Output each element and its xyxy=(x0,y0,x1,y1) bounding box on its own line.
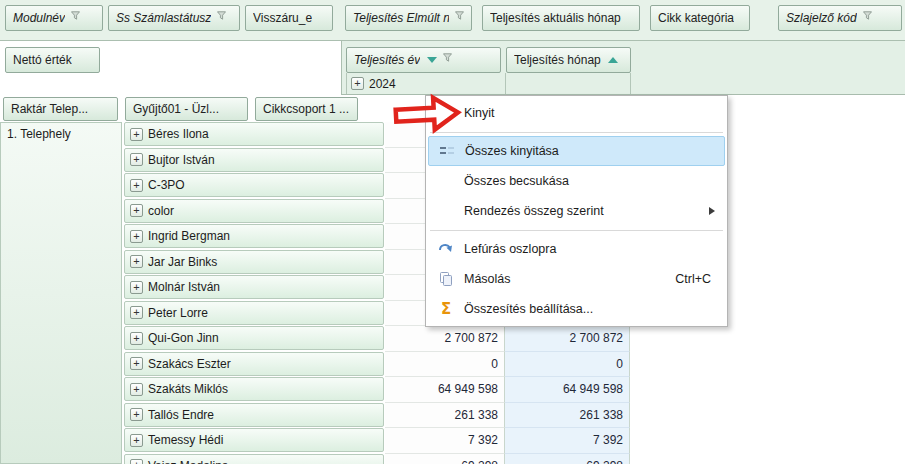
menu-item-osszesites-beallitasa[interactable]: ΣÖsszesítés beállítása... xyxy=(426,294,727,324)
filter-field-moduln-v[interactable]: Modulnév xyxy=(5,5,103,31)
filter-field-ss-sz-mlast-tusz[interactable]: Ss Számlastátusz xyxy=(108,5,240,31)
menu-item-osszes-becsukasa[interactable]: Összes becsukása xyxy=(426,166,727,196)
row-label-cell[interactable]: +Szakács Eszter xyxy=(124,352,384,376)
filter-field-label: Modulnév xyxy=(13,11,65,25)
row-field-label: Raktár Telep... xyxy=(11,102,88,116)
row-label: Molnár István xyxy=(148,280,220,294)
menu-item-osszes-kinyitasa[interactable]: Összes kinyitása xyxy=(428,136,725,166)
filter-field-label: Cikk kategória xyxy=(658,11,734,25)
filter-funnel-icon[interactable] xyxy=(443,53,452,62)
total-value-cell[interactable]: 7 392 xyxy=(505,428,630,454)
total-value-cell[interactable]: 2 700 872 xyxy=(505,326,630,352)
row-label: Qui-Gon Jinn xyxy=(148,331,219,345)
row-label-cell[interactable]: +Temessy Hédi xyxy=(124,428,384,452)
row-label: C-3PO xyxy=(148,178,185,192)
data-field-label: Nettó érték xyxy=(13,53,72,67)
total-value-cell[interactable]: 261 338 xyxy=(505,403,630,429)
total-value-cell[interactable]: 64 949 598 xyxy=(505,377,630,403)
row-label: Jar Jar Binks xyxy=(148,255,217,269)
value-cell[interactable]: 69 298 xyxy=(385,454,505,464)
menu-item-kinyit[interactable]: Kinyit xyxy=(426,98,727,128)
filter-funnel-icon[interactable] xyxy=(71,11,80,20)
column-group-2024[interactable]: + 2024 xyxy=(346,73,506,94)
pivot-grid-window: ModulnévSs SzámlastátuszVisszáru_eTeljes… xyxy=(0,0,905,464)
expand-icon[interactable]: + xyxy=(130,255,143,268)
row-label-cell[interactable]: +C-3PO xyxy=(124,173,384,197)
row-label-cell[interactable]: +Vajsz Madalina xyxy=(124,454,384,464)
sigma-icon: Σ xyxy=(434,300,458,318)
row-label: Szakács Eszter xyxy=(148,357,231,371)
row-label-cell[interactable]: +Bujtor István xyxy=(124,148,384,172)
row-label-cell[interactable]: +Peter Lorre xyxy=(124,301,384,325)
expand-icon[interactable]: + xyxy=(130,153,143,166)
menu-item-lefuras-oszlopra[interactable]: Lefúrás oszlopra xyxy=(426,234,727,264)
filter-field-cikk-kateg-ria[interactable]: Cikk kategória xyxy=(650,5,750,31)
row-label-cell[interactable]: +Molnár István xyxy=(124,275,384,299)
expand-icon[interactable]: + xyxy=(130,459,143,464)
filter-field-label: Visszáru_e xyxy=(253,11,312,25)
expand-icon[interactable]: + xyxy=(130,128,143,141)
filter-field-szlajelz-k-d[interactable]: Szlajelző kód xyxy=(778,5,902,31)
menu-separator xyxy=(426,128,727,136)
expand-icon[interactable]: + xyxy=(130,383,143,396)
expand-icon[interactable]: + xyxy=(130,204,143,217)
expand-icon[interactable]: + xyxy=(130,281,143,294)
row-label-cell[interactable]: +Béres Ilona xyxy=(124,122,384,146)
menu-item-rendezes-osszeg[interactable]: Rendezés összeg szerint xyxy=(426,196,727,226)
filter-field-teljes-t-s-aktu-lis-h-nap[interactable]: Teljesítés aktuális hónap xyxy=(482,5,640,31)
row-label-cell[interactable]: +Jar Jar Binks xyxy=(124,250,384,274)
filter-field-label: Szlajelző kód xyxy=(786,11,857,25)
expand-icon[interactable]: + xyxy=(130,306,143,319)
context-menu: KinyitÖsszes kinyitásaÖsszes becsukásaRe… xyxy=(425,95,728,327)
row-label-cell[interactable]: +Ingrid Bergman xyxy=(124,224,384,248)
menu-item-masolas[interactable]: MásolásCtrl+C xyxy=(426,264,727,294)
row-group-telephely[interactable]: 1. Telephely xyxy=(0,122,122,464)
filter-field-vissz-ru-e[interactable]: Visszáru_e xyxy=(245,5,333,31)
value-cell[interactable]: 261 338 xyxy=(385,403,505,429)
filter-funnel-icon[interactable] xyxy=(455,11,464,20)
filter-field-label: Teljesítés aktuális hónap xyxy=(490,11,621,25)
sort-asc-icon xyxy=(608,57,618,63)
row-label: Vajsz Madalina xyxy=(148,459,228,464)
value-cell[interactable]: 2 700 872 xyxy=(385,326,505,352)
row-field-label: Gyűjtő01 - Üzl... xyxy=(133,102,219,116)
row-field-rakt-r-telep[interactable]: Raktár Telep... xyxy=(3,97,118,121)
row-field-cikkcsoport-1[interactable]: Cikkcsoport 1 ... xyxy=(255,97,358,121)
data-field-netto-ertek[interactable]: Nettó érték xyxy=(5,47,100,73)
column-field-teljes-t-s-v[interactable]: Teljesítés év xyxy=(346,47,501,73)
value-cell[interactable]: 7 392 xyxy=(385,428,505,454)
expand-icon[interactable]: + xyxy=(130,179,143,192)
drill-arrow-icon xyxy=(434,241,458,257)
row-label: Tallós Endre xyxy=(148,408,214,422)
expand-icon[interactable]: + xyxy=(351,77,364,90)
row-label-cell[interactable]: +Qui-Gon Jinn xyxy=(124,326,384,350)
submenu-arrow-icon xyxy=(709,207,715,215)
row-label-cell[interactable]: +Tallós Endre xyxy=(124,403,384,427)
expand-icon[interactable]: + xyxy=(130,230,143,243)
value-cell[interactable]: 0 xyxy=(385,352,505,378)
filter-funnel-icon[interactable] xyxy=(863,11,872,20)
total-value-cell[interactable]: 0 xyxy=(505,352,630,378)
column-group-total-cell xyxy=(506,73,631,94)
menu-item-label: Összes kinyitása xyxy=(465,144,559,158)
filter-funnel-icon[interactable] xyxy=(217,11,226,20)
red-annotation-arrow-icon xyxy=(391,91,465,139)
expand-icon[interactable]: + xyxy=(130,434,143,447)
expand-icon[interactable]: + xyxy=(130,357,143,370)
row-label-cell[interactable]: +color xyxy=(124,199,384,223)
total-value-cell[interactable]: 69 298 xyxy=(505,454,630,464)
row-label: Béres Ilona xyxy=(148,127,209,141)
value-cell[interactable]: 64 949 598 xyxy=(385,377,505,403)
expand-icon[interactable]: + xyxy=(130,332,143,345)
column-field-label: Teljesítés hónap xyxy=(514,53,601,67)
menu-item-label: Összes becsukása xyxy=(464,174,569,188)
row-label-cell[interactable]: +Szakáts Miklós xyxy=(124,377,384,401)
expand-all-icon xyxy=(435,143,459,159)
column-group-label: 2024 xyxy=(369,77,396,91)
column-group-row: + 2024 xyxy=(342,73,905,94)
expand-icon[interactable]: + xyxy=(130,408,143,421)
row-field-gy-jt-01-zl[interactable]: Gyűjtő01 - Üzl... xyxy=(125,97,248,121)
column-field-teljes-t-s-h-nap[interactable]: Teljesítés hónap xyxy=(506,47,631,73)
filter-field-teljes-t-s-elm-lt-nap[interactable]: Teljesítés Elmúlt nap xyxy=(345,5,472,31)
row-label: Peter Lorre xyxy=(148,306,208,320)
